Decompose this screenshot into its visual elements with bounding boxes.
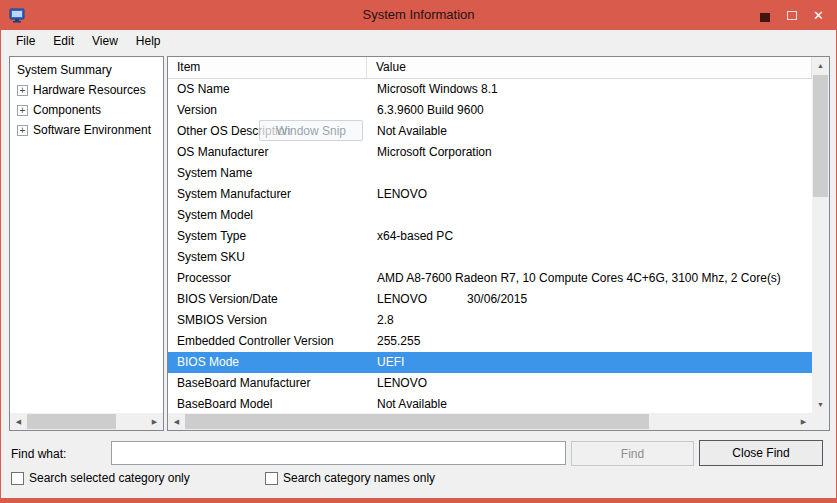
list-header: Item Value bbox=[168, 57, 812, 79]
row-item-cell: OS Manufacturer bbox=[168, 142, 367, 163]
scroll-right-icon[interactable]: ▶ bbox=[146, 413, 163, 430]
table-row[interactable]: System Type x64-based PC bbox=[168, 226, 812, 247]
search-category-names-checkbox[interactable]: Search category names only bbox=[265, 471, 435, 485]
tree-item[interactable]: + Components bbox=[10, 100, 163, 120]
tree-item-label: Hardware Resources bbox=[33, 83, 146, 97]
row-item-cell: System SKU bbox=[168, 247, 367, 268]
menu-item[interactable]: File bbox=[7, 31, 44, 51]
table-row[interactable]: System SKU bbox=[168, 247, 812, 268]
table-row[interactable]: System Model bbox=[168, 205, 812, 226]
row-value-cell: AMD A8-7600 Radeon R7, 10 Compute Cores … bbox=[367, 268, 812, 289]
row-value-cell: 6.3.9600 Build 9600 bbox=[367, 100, 812, 121]
column-header-value[interactable]: Value bbox=[367, 57, 812, 78]
row-item-cell: BIOS Version/Date bbox=[168, 289, 367, 310]
row-value-cell bbox=[367, 247, 812, 268]
row-item-cell: BaseBoard Model bbox=[168, 394, 367, 413]
tree-horizontal-scrollbar[interactable]: ◀ ▶ bbox=[10, 413, 163, 430]
table-row[interactable]: BaseBoard Manufacturer LENOVO bbox=[168, 373, 812, 394]
row-value-cell: LENOVO bbox=[367, 184, 812, 205]
list-horizontal-scrollbar[interactable]: ◀ ▶ bbox=[168, 413, 812, 430]
row-item-cell: OS Name bbox=[168, 79, 367, 100]
table-row[interactable]: Processor AMD A8-7600 Radeon R7, 10 Comp… bbox=[168, 268, 812, 289]
row-item-cell: System Manufacturer bbox=[168, 184, 367, 205]
minimize-button[interactable] bbox=[751, 5, 778, 26]
row-value-cell bbox=[367, 205, 812, 226]
scroll-up-icon[interactable]: ▲ bbox=[812, 57, 829, 74]
find-what-label: Find what: bbox=[11, 447, 66, 461]
menu-item[interactable]: View bbox=[83, 31, 127, 51]
table-row[interactable]: BIOS Mode UEFI bbox=[168, 352, 812, 373]
tree-item-label: Software Environment bbox=[33, 123, 151, 137]
list-vertical-scrollbar[interactable]: ▲ ▼ bbox=[812, 57, 829, 413]
row-item-cell: SMBIOS Version bbox=[168, 310, 367, 331]
row-item-cell: Processor bbox=[168, 268, 367, 289]
row-value-cell: LENOVO bbox=[367, 373, 812, 394]
tree-expander-icon[interactable]: + bbox=[17, 85, 28, 96]
close-button[interactable]: ✕ bbox=[805, 5, 832, 26]
tree-item[interactable]: System Summary bbox=[10, 60, 163, 80]
snip-tooltip-artifact: Window Snip bbox=[259, 120, 363, 141]
maximize-button[interactable] bbox=[778, 5, 805, 26]
maximize-icon bbox=[787, 11, 797, 20]
search-selected-category-checkbox[interactable]: Search selected category only bbox=[11, 471, 190, 485]
row-value-cell bbox=[367, 163, 812, 184]
row-value-cell: Not Available bbox=[367, 121, 812, 142]
row-value-cell: Microsoft Corporation bbox=[367, 142, 812, 163]
close-icon: ✕ bbox=[813, 9, 824, 22]
checkbox-label: Search selected category only bbox=[29, 471, 190, 485]
row-value-cell: UEFI bbox=[367, 352, 812, 373]
table-row[interactable]: BIOS Version/Date LENOVO 30/06/2015 bbox=[168, 289, 812, 310]
table-row[interactable]: Version 6.3.9600 Build 9600 bbox=[168, 100, 812, 121]
tree-item-label: Components bbox=[33, 103, 101, 117]
table-row[interactable]: SMBIOS Version 2.8 bbox=[168, 310, 812, 331]
row-item-cell: BIOS Mode bbox=[168, 352, 367, 373]
row-item-cell: Embedded Controller Version bbox=[168, 331, 367, 352]
scrollbar-thumb[interactable] bbox=[185, 414, 649, 429]
tree-item-label: System Summary bbox=[17, 63, 112, 77]
tree-expander-icon[interactable]: + bbox=[17, 105, 28, 116]
title-bar[interactable]: System Information ✕ bbox=[1, 0, 836, 30]
menu-item[interactable]: Help bbox=[127, 31, 170, 51]
menu-item[interactable]: Edit bbox=[44, 31, 83, 51]
scrollbar-corner bbox=[812, 413, 829, 430]
row-value-cell: Not Available bbox=[367, 394, 812, 413]
scroll-down-icon[interactable]: ▼ bbox=[812, 396, 829, 413]
table-row[interactable]: BaseBoard Model Not Available bbox=[168, 394, 812, 413]
scroll-left-icon[interactable]: ◀ bbox=[168, 413, 185, 430]
table-row[interactable]: Embedded Controller Version 255.255 bbox=[168, 331, 812, 352]
row-value-cell: Microsoft Windows 8.1 bbox=[367, 79, 812, 100]
category-tree-panel: System Summary + Hardware Resources + Co… bbox=[9, 56, 164, 431]
scroll-right-icon[interactable]: ▶ bbox=[795, 413, 812, 430]
scroll-left-icon[interactable]: ◀ bbox=[10, 413, 27, 430]
column-header-item[interactable]: Item bbox=[168, 57, 367, 78]
row-value-cell: 255.255 bbox=[367, 331, 812, 352]
window-title: System Information bbox=[1, 0, 836, 30]
find-button[interactable]: Find bbox=[571, 441, 694, 466]
tree-item[interactable]: + Software Environment bbox=[10, 120, 163, 140]
table-row[interactable]: OS Manufacturer Microsoft Corporation bbox=[168, 142, 812, 163]
checkbox-box-icon[interactable] bbox=[265, 472, 278, 485]
table-row[interactable]: System Manufacturer LENOVO bbox=[168, 184, 812, 205]
system-information-window: System Information ✕ File Edit View Help bbox=[0, 0, 837, 503]
table-row[interactable]: OS Name Microsoft Windows 8.1 bbox=[168, 79, 812, 100]
menu-bar: File Edit View Help bbox=[1, 30, 836, 52]
close-find-button[interactable]: Close Find bbox=[699, 440, 823, 466]
minimize-icon bbox=[760, 13, 770, 22]
scrollbar-thumb[interactable] bbox=[27, 414, 116, 429]
tree-expander-icon[interactable]: + bbox=[17, 125, 28, 136]
row-value-cell: LENOVO 30/06/2015 bbox=[367, 289, 812, 310]
checkbox-label: Search category names only bbox=[283, 471, 435, 485]
find-input[interactable] bbox=[111, 441, 566, 465]
row-value-cell: 2.8 bbox=[367, 310, 812, 331]
detail-list-panel: Item Value OS Name Microsoft Windows 8.1… bbox=[167, 56, 830, 431]
row-item-cell: System Name bbox=[168, 163, 367, 184]
row-item-cell: System Model bbox=[168, 205, 367, 226]
scrollbar-thumb[interactable] bbox=[813, 75, 828, 197]
row-item-cell: Version bbox=[168, 100, 367, 121]
row-value-cell: x64-based PC bbox=[367, 226, 812, 247]
tree-item[interactable]: + Hardware Resources bbox=[10, 80, 163, 100]
checkbox-box-icon[interactable] bbox=[11, 472, 24, 485]
category-tree: System Summary + Hardware Resources + Co… bbox=[10, 57, 163, 140]
window-controls: ✕ bbox=[751, 0, 832, 30]
table-row[interactable]: System Name bbox=[168, 163, 812, 184]
